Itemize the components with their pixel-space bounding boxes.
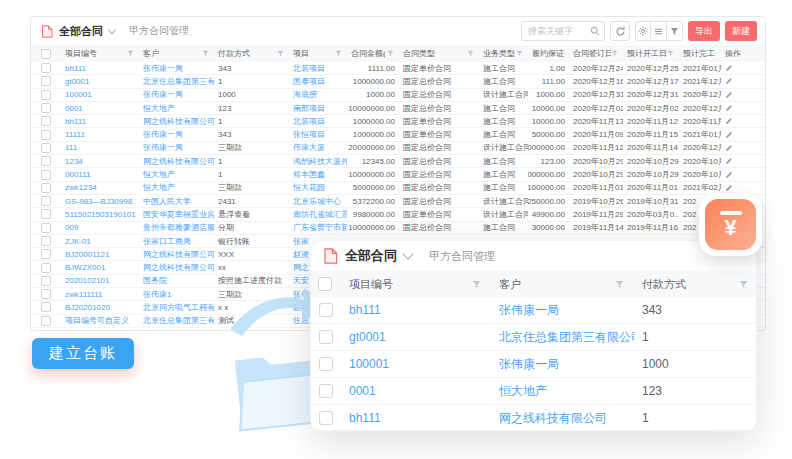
- settings-button[interactable]: [635, 21, 651, 41]
- chevron-down-icon[interactable]: [108, 25, 116, 33]
- table-cell[interactable]: 北京住总集团第三有限公司: [491, 324, 634, 350]
- search-icon[interactable]: [590, 26, 600, 36]
- table-cell[interactable]: 100001: [341, 351, 491, 377]
- currency-fab[interactable]: ¥: [699, 193, 762, 256]
- table-cell[interactable]: 网之线科技有限公司: [139, 115, 214, 127]
- checkbox[interactable]: [41, 103, 51, 113]
- edit-icon[interactable]: [725, 144, 733, 152]
- table-cell[interactable]: 张伟康1: [139, 288, 214, 300]
- table-cell[interactable]: 南部项目: [289, 102, 347, 114]
- edit-icon[interactable]: [725, 91, 733, 99]
- table-cell[interactable]: 中国人民大学: [139, 195, 214, 207]
- checkbox[interactable]: [41, 263, 51, 273]
- table-cell[interactable]: 北京住总集团第三有限公司: [139, 75, 214, 87]
- table-cell[interactable]: 北京乐城中心: [289, 195, 347, 207]
- table-cell[interactable]: BJ20001121: [61, 248, 139, 260]
- funnel-icon[interactable]: [516, 50, 523, 57]
- checkbox[interactable]: [41, 116, 51, 126]
- table-cell[interactable]: 海底捞: [289, 89, 347, 101]
- table-cell[interactable]: 国安华夏幸福置业房地产...: [139, 208, 214, 220]
- table-cell[interactable]: 张伟康一局: [491, 297, 634, 323]
- table-cell[interactable]: bh111: [341, 297, 491, 323]
- checkbox[interactable]: [41, 276, 51, 286]
- table-cell[interactable]: gt0001: [61, 75, 139, 87]
- table-cell[interactable]: 000111: [61, 168, 139, 180]
- filter-button[interactable]: [667, 21, 683, 41]
- table-cell[interactable]: 网之线科技有限公司: [491, 405, 634, 431]
- chevron-down-icon[interactable]: [402, 248, 413, 259]
- search-input[interactable]: [526, 25, 590, 37]
- table-cell[interactable]: 009: [61, 222, 139, 234]
- table-cell[interactable]: 国务院: [139, 275, 214, 287]
- edit-icon[interactable]: [725, 64, 733, 72]
- checkbox[interactable]: [41, 156, 51, 166]
- table-cell[interactable]: 张伟康一局: [139, 62, 214, 74]
- table-cell[interactable]: 100001: [61, 89, 139, 101]
- table-cell[interactable]: bh111: [61, 62, 139, 74]
- checkbox[interactable]: [41, 302, 51, 312]
- table-cell[interactable]: GS-983—BJ30998: [61, 195, 139, 207]
- checkbox[interactable]: [41, 143, 51, 153]
- edit-icon[interactable]: [725, 77, 733, 85]
- table-cell[interactable]: BJWZX001: [61, 261, 139, 273]
- checkbox[interactable]: [41, 209, 51, 219]
- funnel-icon[interactable]: [387, 50, 394, 57]
- refresh-button[interactable]: [610, 21, 630, 41]
- columns-button[interactable]: [651, 21, 667, 41]
- table-cell[interactable]: 北京同方电气工程有限公司: [139, 301, 214, 313]
- table-cell[interactable]: 国泰项目: [289, 75, 347, 87]
- table-cell[interactable]: 张伟康一局: [491, 351, 634, 377]
- table-cell[interactable]: gt0001: [341, 324, 491, 350]
- table-cell[interactable]: 张伟康一局: [139, 89, 214, 101]
- checkbox[interactable]: [41, 63, 51, 73]
- funnel-icon[interactable]: [667, 50, 674, 57]
- create-button[interactable]: 新建: [725, 21, 757, 41]
- table-cell[interactable]: ZJK-01: [61, 235, 139, 247]
- checkbox[interactable]: [319, 411, 333, 425]
- edit-icon[interactable]: [725, 184, 733, 192]
- table-cell[interactable]: 恒大地产: [491, 378, 634, 404]
- table-cell[interactable]: 贵州帝都雅豪酒店服务有...: [139, 222, 214, 234]
- checkbox[interactable]: [41, 289, 51, 299]
- checkbox[interactable]: [41, 196, 51, 206]
- edit-icon[interactable]: [725, 117, 733, 125]
- table-cell[interactable]: 0001: [61, 102, 139, 114]
- funnel-icon[interactable]: [202, 50, 209, 57]
- table-cell[interactable]: 恒大花园: [289, 182, 347, 194]
- checkbox[interactable]: [41, 249, 51, 259]
- funnel-icon[interactable]: [335, 50, 342, 57]
- checkbox[interactable]: [319, 384, 333, 398]
- table-cell[interactable]: 鸿鹄科技大厦外墙施工项目: [289, 155, 347, 167]
- table-cell[interactable]: 5115021503190101: [61, 208, 139, 220]
- table-cell[interactable]: 张恒项目: [289, 128, 347, 140]
- table-cell[interactable]: 0001: [341, 378, 491, 404]
- funnel-icon[interactable]: [277, 50, 284, 57]
- checkbox[interactable]: [41, 316, 51, 326]
- funnel-icon[interactable]: [615, 280, 624, 289]
- table-cell[interactable]: 111: [61, 142, 139, 154]
- checkbox[interactable]: [41, 90, 51, 100]
- table-cell[interactable]: 1234: [61, 155, 139, 167]
- table-cell[interactable]: 北装项目: [289, 115, 347, 127]
- table-cell[interactable]: zwk111111: [61, 288, 139, 300]
- table-cell[interactable]: 北京住总集团第三有限公司: [139, 315, 214, 327]
- table-cell[interactable]: 网之线科技有限公司: [139, 261, 214, 273]
- table-cell[interactable]: 网之线科技有限公司: [139, 248, 214, 260]
- table-cell[interactable]: 张伟康一局: [139, 142, 214, 154]
- checkbox[interactable]: [41, 76, 51, 86]
- table-cell[interactable]: 网之线科技有限公司: [139, 155, 214, 167]
- table-cell[interactable]: BJ20201020: [61, 301, 139, 313]
- table-cell[interactable]: 2020102101: [61, 275, 139, 287]
- checkbox[interactable]: [41, 170, 51, 180]
- table-cell[interactable]: 廊坊孔雀城汇景轩: [289, 208, 347, 220]
- checkbox[interactable]: [41, 49, 51, 59]
- funnel-icon[interactable]: [611, 50, 618, 57]
- checkbox[interactable]: [41, 223, 51, 233]
- funnel-icon[interactable]: [472, 280, 481, 289]
- checkbox[interactable]: [319, 357, 333, 371]
- table-cell[interactable]: zwk1234: [61, 182, 139, 194]
- table-cell[interactable]: 伟康大厦: [289, 142, 347, 154]
- checkbox[interactable]: [319, 330, 333, 344]
- checkbox[interactable]: [319, 303, 333, 317]
- table-cell[interactable]: 裕丰国鑫: [289, 168, 347, 180]
